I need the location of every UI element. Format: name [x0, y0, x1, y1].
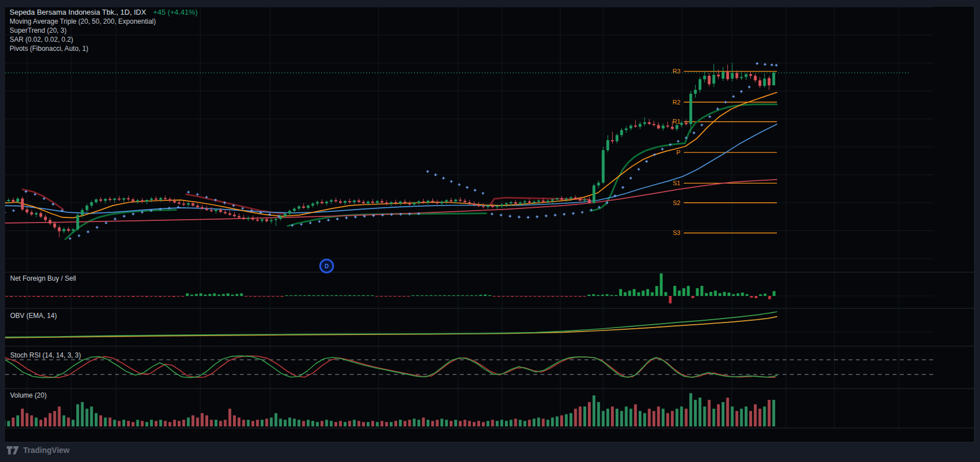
candle	[122, 198, 125, 199]
volume-bar	[339, 421, 342, 426]
pane-title-net-foreign[interactable]: Net Foreign Buy / Sell	[10, 274, 76, 282]
chart-canvas[interactable]: R3R2R1PS1S2S3	[0, 0, 980, 462]
candle	[67, 229, 70, 231]
sar-dot	[572, 212, 575, 215]
volume-bar	[113, 420, 116, 426]
candle	[247, 218, 250, 219]
price-axis[interactable]	[934, 7, 974, 428]
volume-bar	[293, 419, 296, 426]
time-axis[interactable]	[5, 428, 974, 442]
net-foreign-bar	[308, 295, 311, 296]
candle	[390, 202, 393, 204]
candle	[509, 202, 512, 203]
volume-bar	[399, 420, 402, 426]
candle	[634, 125, 637, 127]
net-foreign-bar	[24, 296, 27, 297]
candle	[403, 202, 406, 203]
candle	[477, 205, 480, 206]
pane-title-volume[interactable]: Volume (20)	[10, 391, 47, 399]
net-foreign-bar	[741, 293, 744, 296]
tradingview-chart-window: R3R2R1PS1S2S3 Sepeda Bersama Indonesia T…	[0, 0, 980, 462]
candle	[491, 206, 494, 207]
volume-bar	[16, 415, 19, 426]
sar-dot	[123, 215, 126, 217]
net-foreign-bar	[421, 295, 424, 296]
net-foreign-bar	[561, 296, 564, 297]
tradingview-logo[interactable]: TradingView	[7, 446, 69, 455]
candle	[141, 201, 144, 202]
net-foreign-bar	[516, 296, 518, 297]
candle	[625, 128, 627, 130]
volume-bar	[486, 421, 489, 426]
volume-bar	[307, 420, 310, 426]
candle	[569, 198, 572, 199]
volume-bar	[302, 421, 305, 426]
volume-bar	[431, 421, 434, 426]
net-foreign-bar	[416, 295, 419, 296]
volume-bar	[131, 422, 134, 426]
symbol-legend-row[interactable]: Sepeda Bersama Indonesia Tbk., 1D, IDX +…	[10, 7, 197, 17]
volume-bar	[698, 398, 701, 426]
volume-bar	[118, 421, 121, 426]
volume-bar	[284, 420, 287, 426]
volume-bar	[422, 417, 425, 426]
volume-bar	[30, 415, 33, 426]
net-foreign-bar	[389, 296, 392, 297]
candle	[459, 200, 462, 201]
indicator-legend-pivots[interactable]: Pivots (Fibonacci, Auto, 1)	[10, 44, 197, 53]
volume-bar	[560, 415, 563, 426]
pivot-label-S3: S3	[673, 229, 680, 236]
net-foreign-bar	[69, 296, 72, 297]
pane-title-stoch-rsi[interactable]: Stoch RSI (14, 14, 3, 3)	[10, 351, 81, 359]
volume-bar	[390, 422, 393, 426]
net-foreign-bar	[105, 296, 108, 297]
candle	[639, 124, 641, 127]
pane-title-obv[interactable]: OBV (EMA, 14)	[10, 312, 57, 320]
candle	[293, 208, 296, 211]
volume-bar	[500, 420, 503, 426]
net-foreign-bar	[254, 296, 257, 297]
net-foreign-bar	[647, 289, 649, 296]
net-foreign-bar	[665, 292, 667, 296]
candle	[657, 125, 660, 128]
sar-dot	[354, 216, 357, 219]
candle	[339, 202, 342, 203]
sar-dot	[771, 64, 774, 67]
volume-bar	[12, 417, 15, 426]
volume-bar	[427, 420, 429, 426]
net-foreign-bar	[42, 296, 45, 297]
candle	[519, 203, 522, 204]
volume-bar	[141, 421, 144, 426]
pivot-label-R1: R1	[673, 118, 680, 125]
volume-bar	[270, 417, 273, 426]
volume-bar	[210, 420, 213, 426]
sar-dot	[345, 216, 348, 219]
indicator-legend-supertrend[interactable]: SuperTrend (20, 3)	[10, 26, 197, 35]
volume-bar	[473, 422, 476, 426]
volume-bar	[173, 420, 176, 426]
volume-bar	[547, 420, 550, 426]
net-foreign-bar	[692, 296, 695, 298]
net-foreign-bar	[371, 295, 374, 296]
price-change: +45 (+4.41%)	[153, 8, 197, 16]
candle	[150, 199, 153, 200]
net-foreign-bar	[349, 295, 351, 296]
candle	[86, 206, 89, 210]
net-foreign-bar	[231, 295, 234, 296]
indicator-legend-ma[interactable]: Moving Average Triple (20, 50, 200, Expo…	[10, 17, 197, 26]
volume-bar	[643, 413, 646, 426]
candle	[155, 199, 157, 200]
volume-bar	[81, 402, 84, 426]
net-foreign-bar	[471, 295, 473, 296]
volume-bar	[275, 413, 278, 426]
dividend-event-marker[interactable]: D	[319, 259, 334, 273]
volume-bar	[136, 420, 139, 426]
volume-bar	[565, 414, 568, 426]
candle	[643, 122, 646, 124]
indicator-legend-sar[interactable]: SAR (0.02, 0.02, 0.2)	[10, 35, 197, 44]
net-foreign-bar	[173, 296, 175, 297]
sar-dot	[653, 153, 656, 156]
candle	[279, 216, 282, 219]
volume-bar	[219, 421, 222, 426]
net-foreign-bar	[642, 291, 645, 296]
